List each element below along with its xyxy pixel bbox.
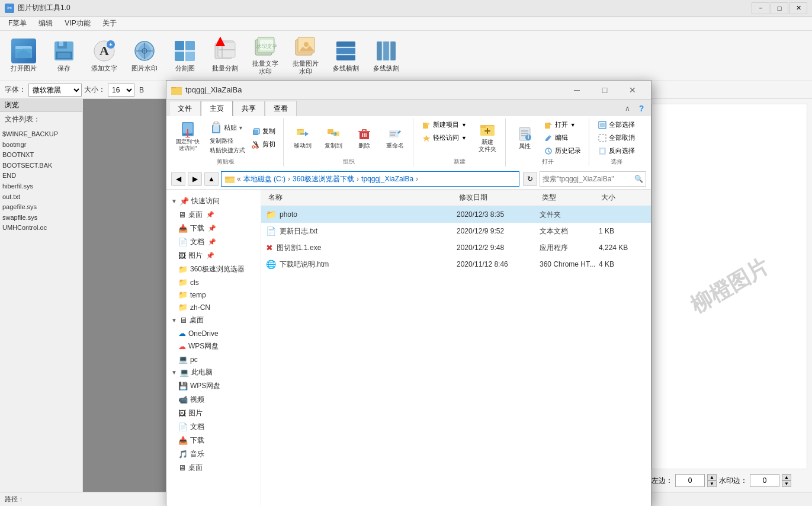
list-item[interactable]: hiberfil.sys	[2, 181, 80, 192]
left-margin-up[interactable]: ▲	[707, 474, 717, 481]
tool-batch-img-wm[interactable]: 批量图片水印	[287, 33, 325, 78]
open-arrow[interactable]: ▼	[570, 122, 576, 128]
close-button[interactable]: ✕	[789, 2, 807, 14]
invert-select-button[interactable]: 反向选择	[594, 145, 639, 157]
file-row-txt[interactable]: 📄 更新日志.txt 2020/12/9 9:52 文本文档 1 KB	[261, 223, 651, 239]
left-margin-down[interactable]: ▼	[707, 481, 717, 487]
nav-docs2[interactable]: 📄 文档	[166, 420, 261, 434]
list-item[interactable]: $WINRE_BACKUP	[2, 129, 80, 140]
left-margin-input[interactable]	[675, 474, 705, 487]
tab-file[interactable]: 文件	[169, 101, 201, 116]
nav-docs1[interactable]: 📄 文档 📌	[166, 235, 261, 249]
tool-img-watermark[interactable]: 图片水印	[126, 33, 163, 78]
dialog-close-button[interactable]: ✕	[619, 82, 646, 98]
open-file-button[interactable]: 打开 ▼	[540, 119, 585, 131]
font-size-select[interactable]: 16	[108, 84, 134, 97]
refresh-button[interactable]: ↻	[523, 172, 537, 186]
menu-vip[interactable]: VIP功能	[59, 17, 96, 30]
font-select[interactable]: 微软雅黑	[28, 84, 82, 97]
nav-music[interactable]: 🎵 音乐	[166, 447, 261, 461]
menu-file[interactable]: F菜单	[2, 17, 33, 30]
copy-button[interactable]: 复制	[248, 125, 280, 137]
list-item[interactable]: bootmgr	[2, 140, 80, 150]
list-item[interactable]: UMHControl.oc	[2, 223, 80, 233]
paste-dropdown[interactable]: ▼	[238, 125, 243, 131]
quick-access-header[interactable]: ▼ 📌 快速访问	[166, 194, 261, 208]
new-folder-button[interactable]: 新建文件夹	[473, 119, 502, 155]
list-item[interactable]: BOOTSECT.BAK	[2, 161, 80, 171]
paste-button[interactable]: 粘贴 ▼	[207, 120, 246, 136]
list-item[interactable]: END	[2, 171, 80, 181]
nav-desktop2[interactable]: 🖥 桌面	[166, 461, 261, 475]
list-item[interactable]: swapfile.sys	[2, 213, 80, 223]
menu-about[interactable]: 关于	[97, 17, 123, 30]
tab-home[interactable]: 主页	[201, 101, 233, 116]
minimize-button[interactable]: －	[752, 2, 769, 14]
cut-button[interactable]: 剪切	[248, 138, 280, 150]
nav-wps-cloud[interactable]: ☁ WPS网盘	[166, 340, 261, 353]
edit-button[interactable]: 编辑	[540, 132, 585, 144]
col-type[interactable]: 类型	[540, 191, 599, 204]
col-name[interactable]: 名称	[266, 191, 457, 204]
nav-pictures2[interactable]: 🖼 图片	[166, 406, 261, 420]
right-margin-input[interactable]	[750, 474, 779, 487]
this-pc-header[interactable]: ▼ 💻 此电脑	[166, 366, 261, 379]
search-input[interactable]	[543, 175, 633, 183]
easy-access-button[interactable]: 轻松访问 ▼	[418, 132, 471, 144]
file-row-photo[interactable]: 📁 photo 2020/12/3 8:35 文件夹	[261, 206, 651, 223]
ribbon-collapse-button[interactable]: ∧	[620, 101, 634, 116]
nav-videos[interactable]: 📹 视频	[166, 393, 261, 406]
tab-share[interactable]: 共享	[233, 101, 265, 116]
tab-view[interactable]: 查看	[265, 101, 297, 116]
col-size[interactable]: 大小	[599, 191, 646, 204]
tool-open[interactable]: 打开图片	[5, 33, 43, 78]
forward-button[interactable]: ▶	[188, 172, 202, 186]
copy-to-button[interactable]: 复制到	[319, 119, 348, 157]
select-none-button[interactable]: 全部取消	[594, 132, 639, 144]
nav-onedrive[interactable]: ☁ OneDrive	[166, 327, 261, 340]
nav-360[interactable]: 📁 360极速浏览选器	[166, 262, 261, 276]
col-date[interactable]: 修改日期	[457, 191, 540, 204]
nav-temp[interactable]: 📁 temp	[166, 289, 261, 301]
font-bold-btn[interactable]: B	[139, 86, 144, 94]
tool-save[interactable]: 保存	[45, 33, 83, 78]
nav-download1[interactable]: 📥 下载 📌	[166, 222, 261, 235]
right-margin-down[interactable]: ▼	[782, 481, 791, 487]
path-c-drive[interactable]: 本地磁盘 (C:)	[243, 174, 285, 184]
delete-button[interactable]: 删除	[350, 119, 378, 157]
nav-desktop1[interactable]: 🖥 桌面 📌	[166, 208, 261, 222]
right-margin-up[interactable]: ▲	[782, 474, 791, 481]
select-all-button[interactable]: 全部选择	[594, 119, 639, 131]
file-row-exe[interactable]: ✖ 图切割1.1.exe 2020/12/2 9:48 应用程序 4,224 K…	[261, 239, 651, 256]
list-item[interactable]: out.txt	[2, 192, 80, 203]
nav-pc[interactable]: 💻 pc	[166, 353, 261, 366]
new-item-button[interactable]: 新建项目 ▼	[418, 119, 471, 131]
rename-button[interactable]: 重命名	[381, 119, 409, 157]
easy-access-arrow[interactable]: ▼	[461, 135, 467, 141]
nav-wps-disk[interactable]: 💾 WPS网盘	[166, 379, 261, 393]
nav-cls[interactable]: 📁 cls	[166, 276, 261, 289]
dialog-maximize-button[interactable]: □	[591, 82, 618, 98]
history-button[interactable]: 历史记录	[540, 145, 585, 157]
new-item-arrow[interactable]: ▼	[461, 122, 467, 128]
paste-shortcut-btn[interactable]: 粘贴快捷方式	[210, 146, 245, 155]
nav-pictures1[interactable]: 🖼 图片 📌	[166, 249, 261, 262]
help-button[interactable]: ?	[634, 101, 649, 116]
desktop-section-header[interactable]: ▼ 🖥 桌面	[166, 313, 261, 327]
path-current[interactable]: tpqggj_XiaZaiBa	[361, 175, 413, 183]
dialog-minimize-button[interactable]: ─	[563, 82, 590, 98]
tool-add-text[interactable]: A+ 添加文字	[85, 33, 123, 78]
back-button[interactable]: ◀	[171, 172, 185, 186]
nav-download2[interactable]: 📥 下载	[166, 434, 261, 447]
up-button[interactable]: ▲	[204, 172, 219, 186]
file-row-htm[interactable]: 🌐 下载吧说明.htm 2020/11/12 8:46 360 Chrome H…	[261, 256, 651, 273]
pin-to-quick-access-button[interactable]: 固定到"快速访问"	[172, 119, 203, 154]
tool-multi-h-cut[interactable]: 多线横割	[327, 33, 365, 78]
list-item[interactable]: pagefile.sys	[2, 202, 80, 213]
properties-button[interactable]: 属性	[511, 119, 539, 157]
tool-batch-text-wm[interactable]: 水印文字 批量文字水印	[246, 33, 284, 78]
list-item[interactable]: BOOTNXT	[2, 150, 80, 161]
menu-edit[interactable]: 编辑	[33, 17, 59, 30]
tool-split[interactable]: 分割图	[166, 33, 204, 78]
copy-path-btn[interactable]: 复制路径	[210, 136, 245, 146]
